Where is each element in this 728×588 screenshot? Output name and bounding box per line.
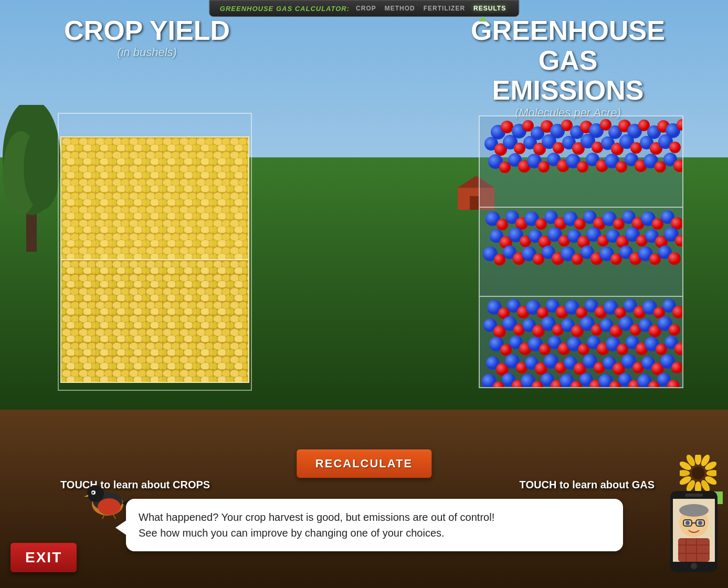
touch-crops-label[interactable]: TOUCH to learn about CROPS bbox=[60, 479, 210, 491]
svg-point-273 bbox=[685, 521, 690, 525]
svg-point-269 bbox=[679, 504, 709, 517]
svg-point-256 bbox=[87, 485, 104, 502]
svg-point-243 bbox=[706, 470, 716, 476]
crop-yield-section: CROP YIELD (in bushels) bbox=[42, 16, 252, 59]
svg-rect-275 bbox=[678, 538, 710, 562]
ghg-section: GREENHOUSE GASEMISSIONS (Molecules per A… bbox=[450, 16, 686, 120]
svg-rect-267 bbox=[685, 494, 703, 497]
character-phone bbox=[665, 488, 723, 572]
svg-point-19 bbox=[501, 121, 513, 133]
corn-svg bbox=[61, 137, 248, 382]
svg-rect-9 bbox=[470, 196, 479, 210]
svg-point-3 bbox=[24, 126, 60, 210]
svg-point-274 bbox=[698, 521, 702, 525]
nav-title: Greenhouse Gas Calculator: bbox=[220, 5, 350, 13]
nav-arrow-indicator bbox=[479, 16, 487, 22]
crop-yield-title: CROP YIELD bbox=[42, 16, 252, 46]
svg-point-179 bbox=[669, 324, 680, 336]
corn-visual bbox=[61, 137, 248, 382]
nav-item-method[interactable]: Method bbox=[383, 4, 417, 13]
svg-rect-16 bbox=[61, 137, 248, 260]
svg-point-280 bbox=[691, 563, 697, 569]
nav-item-fertilizer[interactable]: Fertilizer bbox=[421, 4, 467, 13]
bird bbox=[84, 478, 131, 520]
speech-bubble: What happened? Your crop harvest is good… bbox=[126, 499, 623, 551]
recalculate-button[interactable]: RECALCULATE bbox=[297, 450, 431, 478]
molecules-box[interactable] bbox=[479, 115, 683, 388]
svg-point-138 bbox=[668, 252, 681, 265]
ghg-title: GREENHOUSE GASEMISSIONS bbox=[450, 16, 686, 106]
navigation-bar: Greenhouse Gas Calculator: Crop Method F… bbox=[209, 0, 519, 17]
nav-item-results[interactable]: Results bbox=[471, 4, 508, 13]
molecules-svg bbox=[480, 116, 682, 387]
svg-point-253 bbox=[692, 467, 705, 480]
speech-bubble-text: What happened? Your crop harvest is good… bbox=[139, 511, 494, 539]
svg-point-257 bbox=[98, 498, 121, 515]
crop-yield-subtitle: (in bushels) bbox=[42, 46, 252, 59]
tree-left bbox=[0, 105, 63, 252]
svg-point-240 bbox=[695, 455, 701, 465]
svg-point-260 bbox=[92, 491, 93, 493]
exit-button[interactable]: EXIT bbox=[10, 543, 77, 572]
svg-point-249 bbox=[680, 470, 690, 476]
touch-gas-label[interactable]: TOUCH to learn about GAS bbox=[520, 479, 655, 491]
corn-box[interactable] bbox=[60, 136, 249, 383]
sunflower-icon bbox=[680, 455, 716, 491]
svg-point-57 bbox=[669, 142, 681, 153]
nav-item-crop[interactable]: Crop bbox=[354, 4, 378, 13]
svg-point-219 bbox=[671, 362, 682, 373]
